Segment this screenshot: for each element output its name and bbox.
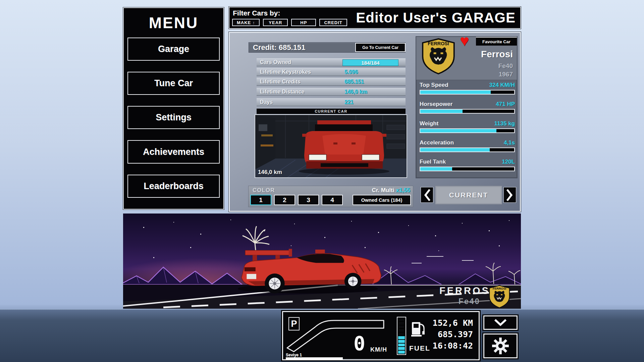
go-to-current-car-button[interactable]: Go To Current Car	[355, 43, 406, 52]
spec-value: 471 HP	[496, 101, 515, 108]
fuel-segment	[398, 325, 405, 328]
color-option-1[interactable]: 1	[250, 195, 271, 205]
clock-readout: 16:08:42	[433, 341, 473, 351]
level-label: Seviye 1	[286, 353, 302, 357]
spec-bar	[420, 147, 515, 152]
filter-hp-button[interactable]: HP	[291, 19, 316, 26]
fuel-segment	[398, 344, 405, 347]
scene-brand-text: FERROSI	[439, 285, 494, 296]
favourite-heart-icon[interactable]: ♥	[460, 33, 469, 48]
menu-item-settings[interactable]: Settings	[127, 106, 220, 129]
color-option-2[interactable]: 2	[274, 195, 295, 205]
fuel-segment	[398, 329, 405, 332]
car-info-panel: ♥ Favourite Car Ferrosi Fe40 1967 Top Sp…	[416, 36, 518, 178]
spec-bar	[420, 128, 515, 133]
fuel-segment	[398, 322, 405, 325]
stat-value-highlight: 184/184	[342, 59, 398, 66]
synthwave-scene-art: FERROSI Fe40	[123, 214, 521, 309]
scene-model-text: Fe40	[459, 297, 480, 306]
credit-multiplier: Cr. Multi x1,55	[372, 187, 410, 194]
fuel-segment	[398, 351, 405, 354]
stat-label: Lifetime Credits	[260, 79, 301, 85]
menu-item-garage[interactable]: Garage	[127, 38, 220, 61]
spec-bar	[420, 167, 515, 171]
spec-label: Top Speed	[420, 82, 448, 88]
spec-value: 120L	[502, 159, 515, 165]
cr-multi-label: Cr. Multi	[372, 187, 394, 193]
filter-credit-button[interactable]: CREDIT	[319, 19, 347, 26]
color-label: COLOR	[253, 187, 275, 194]
filter-make-button[interactable]: MAKE ↑	[232, 19, 260, 26]
stat-row-lifetime-keystrokes: Lifetime Keystrokes 5.096	[257, 68, 406, 76]
garage-panel: Credit: 685.151 Go To Current Car Cars O…	[229, 32, 521, 212]
car-year: 1967	[499, 71, 513, 78]
speed-unit: KM/H	[370, 346, 387, 353]
driving-scene: FERROSI Fe40	[123, 214, 521, 309]
menu-item-achievements[interactable]: Achievements	[127, 140, 220, 163]
stat-label: Cars Owned	[260, 59, 291, 65]
next-car-button[interactable]	[503, 187, 516, 203]
stat-label: Lifetime Distance	[260, 89, 304, 95]
spec-acceleration: Acceleration4,1s	[420, 139, 515, 152]
spec-value: 324 KM/H	[489, 82, 515, 88]
game-screen: MENU Garage Tune Car Settings Achievemen…	[0, 0, 644, 362]
car-brand: Ferrosi	[481, 49, 513, 60]
spec-top-speed: Top Speed324 KM/H	[420, 82, 515, 95]
fuel-segment	[398, 318, 405, 321]
menu-title: MENU	[124, 8, 223, 38]
current-car-nav-button[interactable]: CURRENT	[435, 186, 502, 204]
spec-value: 1135 kg	[494, 120, 515, 127]
level-progress-bar	[286, 357, 476, 360]
current-car-label: CURRENT CAR	[257, 109, 406, 114]
gear-icon	[492, 337, 509, 355]
spec-weight: Weight1135 kg	[420, 120, 515, 133]
fuel-segment	[398, 340, 405, 343]
dashboard-settings-button[interactable]	[483, 334, 518, 358]
collapse-dashboard-button[interactable]	[483, 315, 518, 330]
stat-row-lifetime-credits: Lifetime Credits 685.151	[257, 78, 406, 86]
color-option-3[interactable]: 3	[298, 195, 319, 205]
stat-row-cars-owned: Cars Owned 184/184	[257, 58, 406, 66]
stat-value: 5.096	[344, 69, 358, 75]
spec-fuel-tank: Fuel Tank120L	[420, 159, 515, 171]
fuel-pump-icon	[411, 319, 425, 337]
credit-readout: 685.397	[438, 329, 473, 339]
owned-cars-button[interactable]: Owned Cars (184)	[353, 195, 411, 205]
stat-row-days: Days 221	[257, 98, 406, 106]
filter-buttons: MAKE ↑ YEAR HP CREDIT	[232, 19, 347, 26]
menu-item-tune-car[interactable]: Tune Car	[127, 72, 220, 95]
stat-value: 685.151	[344, 79, 364, 85]
stat-label: Lifetime Keystrokes	[260, 69, 311, 75]
garage-interior-art	[255, 115, 407, 178]
menu-item-leaderboards[interactable]: Leaderboards	[127, 175, 220, 198]
spec-label: Horsepower	[420, 101, 452, 108]
stat-value: 146,0 km	[344, 89, 367, 95]
car-model: Fe40	[498, 62, 513, 70]
chevron-right-icon	[506, 188, 514, 202]
stat-row-lifetime-distance: Lifetime Distance 146,0 km	[257, 88, 406, 96]
spec-label: Acceleration	[420, 139, 454, 146]
gear-indicator: P	[288, 317, 300, 330]
fuel-segment	[398, 347, 405, 350]
favourite-car-button[interactable]: Favourite Car	[476, 37, 517, 46]
garage-title: Editor User's GARAGE	[356, 10, 516, 26]
spec-value: 4,1s	[504, 139, 515, 146]
previous-car-button[interactable]	[421, 187, 433, 203]
color-option-4[interactable]: 4	[322, 195, 343, 205]
ferrosi-logo-icon	[421, 38, 456, 75]
fuel-label: FUEL	[409, 344, 430, 352]
spec-label: Weight	[420, 120, 438, 127]
spec-label: Fuel Tank	[420, 159, 446, 165]
cr-multi-value: x1,55	[396, 187, 410, 193]
filter-year-button[interactable]: YEAR	[263, 19, 288, 26]
current-car-image: 146,0 km	[255, 114, 407, 178]
chevron-down-icon	[494, 319, 507, 326]
trip-odometer: 152,6 KM	[433, 318, 473, 328]
spec-bar	[420, 109, 515, 114]
speed-value: 0	[354, 332, 365, 355]
color-footer-bar: COLOR Cr. Multi x1,55 1 2 3 4 Owned Cars…	[248, 186, 413, 207]
fuel-gauge	[397, 317, 406, 355]
spec-bar	[420, 90, 515, 95]
dashboard-panel: P 0 KM/H FUEL 152,6 KM 685.397 16:08:42 …	[282, 311, 480, 360]
garage-header: Filter Cars by: MAKE ↑ YEAR HP CREDIT Ed…	[229, 7, 521, 29]
